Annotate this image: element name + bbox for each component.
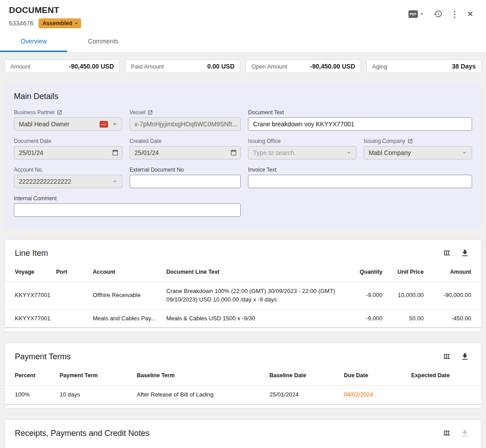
field-document-date: Document Date 25/01/24 [14, 138, 122, 159]
column-header: Voyage [5, 265, 52, 282]
account-no-value: 222222222222222 [19, 178, 108, 185]
field-invoice-text: Invoice Text [248, 167, 472, 188]
summary-value: -90,450.00 USD [310, 63, 355, 70]
status-badge[interactable]: Assembled [39, 18, 82, 28]
field-label: Document Date [14, 138, 51, 144]
column-header: Document Line Text [162, 265, 344, 282]
document-text-input[interactable] [248, 117, 472, 131]
table-cell: Meals and Cables Pay... [88, 309, 162, 328]
line-item-table: VoyagePortAccountDocument Line TextQuant… [5, 265, 481, 328]
account-no-select: 222222222222222 [14, 175, 122, 188]
download-button[interactable] [459, 247, 471, 259]
column-settings-button[interactable] [441, 247, 453, 259]
table-row[interactable]: 100%10 daysAfter Release of Bill of Ladi… [5, 386, 481, 405]
summary-card-aging: Aging 38 Days [366, 60, 482, 73]
main-details-section: Main Details Business Partner Mabl Head … [4, 84, 482, 228]
column-header: Account [88, 265, 162, 282]
summary-row: Amount -90,450.00 USD Paid Amount 0.00 U… [4, 60, 482, 73]
internal-comment-input[interactable] [14, 203, 241, 217]
tab-comments[interactable]: Comments [67, 32, 139, 52]
history-icon [434, 9, 443, 18]
select-all-cell [5, 445, 73, 448]
close-icon: ✕ [467, 10, 473, 18]
chevron-down-icon [460, 149, 469, 157]
field-external-document-no: External Document No [130, 167, 241, 188]
status-label: Assembled [43, 20, 73, 26]
download-button [459, 427, 471, 439]
section-title: Main Details [14, 92, 472, 101]
column-settings-button[interactable] [441, 427, 453, 439]
column-header: Quantity [344, 265, 387, 282]
summary-label: Aging [372, 63, 387, 70]
download-icon [460, 429, 469, 438]
invoice-text-input[interactable] [248, 175, 472, 188]
issuing-company-value: Mabl Company [369, 149, 458, 156]
field-label: Document Text [248, 109, 284, 116]
summary-value: 0.00 USD [207, 63, 234, 70]
table-cell [52, 309, 88, 328]
table-row[interactable]: KKYYX77001Meals and Cables Pay...Meals &… [5, 309, 481, 328]
issuing-office-select: Type to search. [248, 146, 356, 159]
chevron-down-icon [111, 120, 119, 128]
close-button[interactable]: ✕ [465, 9, 475, 20]
page-title: DOCUMENT [9, 5, 81, 15]
tab-overview[interactable]: Overview [0, 32, 67, 52]
chevron-down-icon [73, 20, 80, 27]
field-business-partner: Business Partner Mabl Head Owner ••• [14, 109, 122, 131]
column-settings-button[interactable] [441, 350, 453, 363]
column-header: Percent [5, 368, 55, 385]
external-link-icon[interactable] [57, 110, 62, 115]
table-cell [52, 282, 88, 309]
section-title: Line Item [15, 249, 48, 258]
created-date-input: 25/01/24 [130, 146, 241, 159]
payment-terms-section: Payment Terms PercentPayment TermBaselin… [4, 343, 482, 409]
table-cell: After Release of Bill of Lading [132, 386, 265, 405]
field-label: Vessel [130, 109, 145, 116]
column-header: Document Type [293, 445, 426, 448]
more-menu-button[interactable]: ⋮ [449, 8, 461, 20]
column-header: Unit Price [387, 265, 428, 282]
business-partner-value: Mabl Head Owner [19, 121, 97, 128]
external-link-icon[interactable] [148, 110, 153, 115]
issuing-company-select: Mabl Company [364, 146, 472, 159]
history-button[interactable] [432, 8, 444, 20]
section-title: Payment Terms [15, 352, 71, 362]
field-label: External Document No [130, 167, 184, 173]
column-header: Baseline Date [265, 368, 339, 385]
line-item-section: Line Item VoyagePortAccountDocument Line… [4, 239, 482, 332]
field-issuing-company: Issuing Company Mabl Company [364, 138, 472, 159]
table-cell: -450.00 [428, 309, 481, 328]
external-document-no-input[interactable] [130, 175, 241, 188]
document-page: DOCUMENT 6334676 Assembled PDF [0, 0, 486, 448]
table-cell: 10,000.00 [387, 282, 428, 309]
table-row[interactable]: KKYYX77001Offhire ReceivableCrane Breakd… [5, 282, 481, 309]
field-label: Created Date [130, 138, 161, 144]
header-left: DOCUMENT 6334676 Assembled [9, 5, 81, 28]
chevron-down-icon [111, 177, 119, 185]
table-cell: KKYYX77001 [5, 309, 52, 328]
created-date-value: 25/01/24 [135, 149, 228, 156]
table-cell: Offhire Receivable [88, 282, 162, 309]
summary-label: Paid Amount [131, 63, 164, 70]
summary-label: Amount [10, 63, 30, 70]
tab-bar: Overview Comments [0, 32, 486, 52]
table-cell: -9.000 [344, 282, 387, 309]
external-link-icon[interactable] [408, 138, 413, 144]
table-cell: 25/01/2024 [265, 386, 339, 405]
field-document-text: Document Text [248, 109, 472, 131]
field-label: Account No. [14, 167, 43, 173]
column-header: Payment Term [55, 368, 132, 385]
calendar-icon [112, 149, 119, 156]
partner-alert-badge-icon[interactable]: ••• [100, 121, 108, 128]
pdf-export-button[interactable]: PDF [407, 9, 427, 20]
field-issuing-office: Issuing Office Type to search. [248, 138, 356, 159]
receipts-table: Document NoDocument DateDocument TypeAmo… [5, 445, 481, 448]
field-label: Internal Comment [14, 195, 56, 202]
download-button[interactable] [459, 350, 471, 363]
summary-card-amount: Amount -90,450.00 USD [4, 60, 120, 73]
download-icon [460, 352, 469, 361]
table-cell [407, 386, 481, 405]
download-icon [460, 249, 469, 258]
payment-terms-table: PercentPayment TermBaseline TermBaseline… [5, 368, 481, 405]
table-cell: -9.000 [344, 309, 387, 328]
